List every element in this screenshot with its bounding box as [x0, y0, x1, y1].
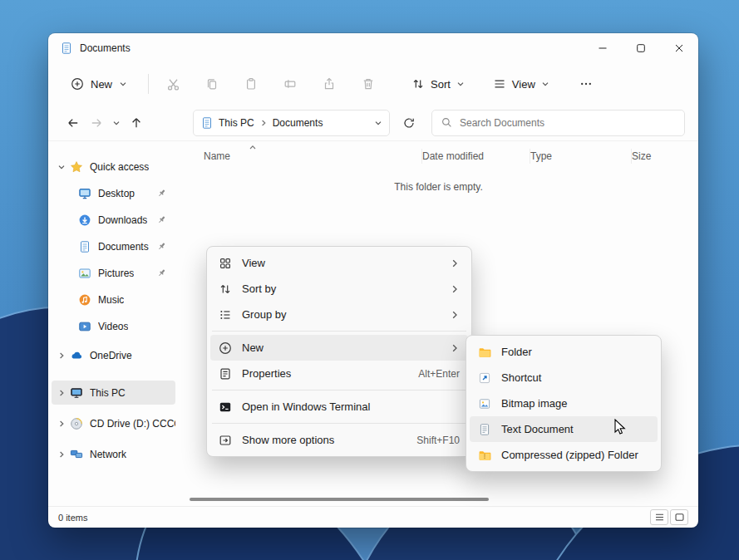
submenu-chevron-icon — [450, 343, 460, 353]
submenu-item-shortcut[interactable]: Shortcut — [470, 365, 658, 391]
sidebar-item-cd-drive[interactable]: CD Drive (D:) CCCO — [52, 411, 175, 435]
menu-item-label: View — [242, 257, 440, 269]
address-dropdown-icon[interactable] — [374, 119, 382, 127]
breadcrumb-this-pc[interactable]: This PC — [219, 117, 254, 129]
menu-item-label: Sort by — [242, 282, 440, 295]
trash-icon — [362, 77, 375, 91]
context-menu: View Sort by Group by New Properties Alt… — [206, 246, 472, 457]
large-icons-view-button[interactable] — [670, 509, 688, 525]
navigation-pane: Quick access Desktop Downloads Documents… — [48, 141, 179, 506]
cut-icon — [166, 77, 180, 91]
sidebar-item-label: Music — [98, 294, 124, 306]
status-bar: 0 items — [48, 506, 698, 528]
share-button[interactable] — [313, 70, 345, 98]
copy-button[interactable] — [196, 70, 228, 98]
sidebar-item-label: Downloads — [98, 214, 147, 226]
videos-icon — [78, 320, 91, 333]
minimize-button[interactable] — [584, 33, 622, 63]
close-button[interactable] — [660, 33, 698, 63]
context-menu-item-group-by[interactable]: Group by — [210, 302, 468, 327]
context-menu-item-open-in-windows-terminal[interactable]: Open in Windows Terminal — [210, 394, 468, 420]
maximize-button[interactable] — [622, 33, 660, 63]
details-view-button[interactable] — [650, 509, 668, 525]
chevron-down-icon — [456, 80, 465, 88]
sidebar-item-downloads[interactable]: Downloads — [52, 208, 175, 232]
terminal-icon — [219, 400, 232, 414]
menu-separator — [212, 390, 466, 391]
forward-button[interactable] — [85, 111, 108, 135]
sort-button-label: Sort — [431, 78, 451, 91]
sidebar-item-label: Quick access — [90, 161, 149, 173]
sidebar-item-this-pc[interactable]: This PC — [52, 381, 175, 405]
expand-chevron-right-icon[interactable] — [55, 389, 68, 397]
sidebar-item-pictures[interactable]: Pictures — [52, 261, 175, 285]
location-document-icon — [200, 116, 214, 130]
large-icons-view-icon — [674, 512, 685, 523]
column-header-type[interactable]: Type — [530, 149, 632, 164]
address-bar[interactable]: This PC Documents — [193, 110, 390, 136]
context-menu-item-show-more-options[interactable]: Show more options Shift+F10 — [210, 427, 468, 453]
up-button[interactable] — [125, 111, 148, 135]
column-header-date-modified[interactable]: Date modified — [422, 149, 530, 164]
window-title: Documents — [80, 42, 131, 54]
document-app-icon — [60, 42, 73, 55]
context-menu-item-sort-by[interactable]: Sort by — [210, 276, 468, 302]
horizontal-scrollbar-thumb[interactable] — [190, 498, 489, 501]
sidebar-item-quick-access[interactable]: Quick access — [52, 155, 175, 179]
view-button-label: View — [512, 78, 535, 91]
submenu-chevron-icon — [450, 258, 460, 268]
address-row: This PC Documents — [48, 105, 698, 141]
recent-locations-button[interactable] — [108, 111, 125, 135]
ellipsis-icon — [579, 77, 593, 91]
paste-button[interactable] — [235, 70, 267, 98]
empty-folder-message: This folder is empty. — [179, 181, 698, 193]
search-input[interactable] — [460, 117, 676, 129]
submenu-item-text-document[interactable]: Text Document — [470, 416, 658, 442]
submenu-item-compressed-zipped-folder[interactable]: Compressed (zipped) Folder — [470, 442, 658, 468]
breadcrumb-chevron-icon — [259, 119, 268, 127]
sort-button[interactable]: Sort — [403, 71, 473, 96]
menu-item-label: Folder — [501, 346, 649, 358]
sidebar-item-onedrive[interactable]: OneDrive — [52, 343, 175, 367]
sidebar-item-desktop[interactable]: Desktop — [52, 181, 175, 205]
back-arrow-icon — [67, 116, 80, 130]
menu-separator — [212, 423, 466, 424]
context-menu-item-new[interactable]: New — [210, 335, 468, 361]
column-header-name[interactable]: Name — [204, 149, 422, 164]
menu-item-label: Compressed (zipped) Folder — [501, 449, 649, 461]
delete-button[interactable] — [352, 70, 384, 98]
column-headers: Name Date modified Type Size — [179, 145, 698, 168]
expand-chevron-down-icon[interactable] — [55, 163, 68, 171]
refresh-button[interactable] — [397, 111, 421, 135]
pin-icon — [156, 214, 167, 225]
breadcrumb-documents[interactable]: Documents — [273, 117, 323, 129]
sidebar-item-music[interactable]: Music — [52, 287, 175, 312]
sidebar-item-network[interactable]: Network — [52, 442, 175, 466]
expand-chevron-right-icon[interactable] — [55, 351, 68, 360]
context-menu-item-properties[interactable]: Properties Alt+Enter — [210, 361, 468, 386]
submenu-item-bitmap-image[interactable]: Bitmap image — [470, 391, 658, 416]
sidebar-item-videos[interactable]: Videos — [52, 314, 175, 338]
see-more-button[interactable] — [571, 70, 601, 98]
paste-icon — [244, 77, 258, 91]
sidebar-item-documents[interactable]: Documents — [52, 234, 175, 258]
plus-circle-icon — [71, 77, 84, 91]
menu-separator — [212, 331, 466, 332]
rename-button[interactable] — [274, 70, 306, 98]
column-header-size[interactable]: Size — [632, 149, 695, 164]
sidebar-item-label: Pictures — [98, 268, 134, 279]
cd-drive-icon — [70, 417, 83, 430]
minimize-icon — [599, 44, 607, 52]
context-menu-item-view[interactable]: View — [210, 250, 468, 276]
view-grid-icon — [219, 257, 232, 270]
submenu-item-folder[interactable]: Folder — [470, 339, 658, 365]
menu-item-label: New — [242, 341, 440, 354]
expand-chevron-right-icon[interactable] — [55, 450, 68, 459]
search-box — [431, 110, 685, 136]
menu-item-label: Open in Windows Terminal — [242, 400, 460, 413]
new-button[interactable]: New — [62, 71, 136, 96]
expand-chevron-right-icon[interactable] — [55, 420, 68, 428]
cut-button[interactable] — [157, 70, 189, 98]
back-button[interactable] — [62, 111, 85, 135]
view-button[interactable]: View — [485, 71, 558, 96]
